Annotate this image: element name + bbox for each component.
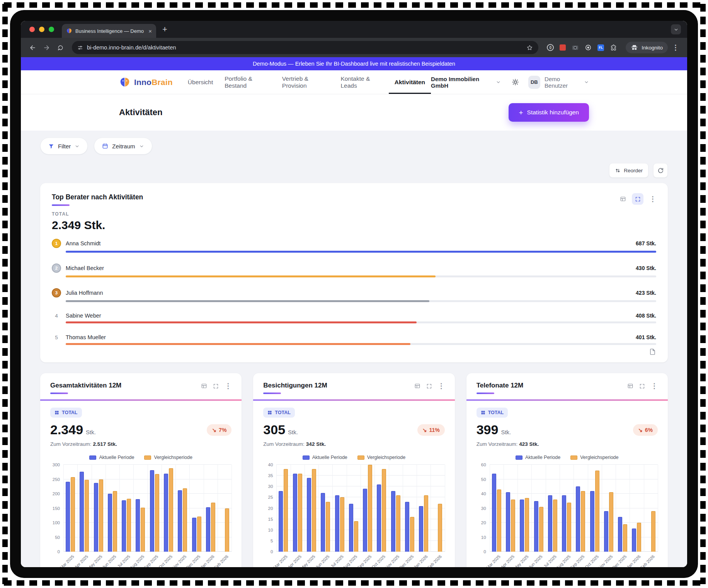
bar-group [321, 465, 330, 552]
delta-value: 11% [429, 427, 439, 433]
table-view-icon[interactable] [627, 383, 633, 389]
brand-logo[interactable]: InnoBrain [119, 76, 173, 88]
extension-icon[interactable] [572, 44, 579, 51]
back-button[interactable] [26, 41, 39, 54]
chart-bar [595, 471, 599, 552]
y-tick-label: 25 [268, 495, 273, 500]
bar-group [94, 465, 103, 552]
bar-group [618, 465, 627, 552]
legend-item: Vergleichsperiode [357, 455, 405, 460]
incognito-label: Inkognito [642, 45, 663, 51]
address-bar[interactable]: bi-demo.inno-brain.de/d/aktivitaeten [72, 41, 538, 54]
berater-bar-fill [66, 300, 429, 302]
card-actions: ⋮ [627, 382, 658, 390]
berater-row: 2Michael Becker430 Stk. [52, 263, 656, 277]
bar-group [150, 465, 159, 552]
reload-button[interactable] [54, 41, 66, 54]
berater-value: 408 Stk. [636, 313, 656, 319]
chart-bar [609, 492, 613, 552]
trend-down-icon: ↘ [212, 427, 216, 433]
filter-chip[interactable]: Filter [40, 138, 88, 155]
refresh-button[interactable] [653, 163, 668, 178]
minimize-window-button[interactable] [39, 27, 44, 32]
user-menu[interactable]: Demo Benutzer [545, 76, 589, 89]
y-axis: 050100150200250300 [50, 465, 63, 552]
kebab-menu-icon[interactable]: ⋮ [225, 382, 231, 390]
browser-tab[interactable]: Business Intelligence — Demo × [62, 24, 156, 38]
company-selector[interactable]: Demo Immobilien GmbH [431, 76, 501, 89]
theme-toggle-icon[interactable] [512, 78, 519, 86]
chart-bar [581, 491, 585, 552]
table-view-icon[interactable] [620, 196, 626, 202]
bar-group [178, 465, 187, 552]
expand-icon[interactable] [639, 383, 645, 389]
chevron-down-icon [584, 80, 589, 85]
forward-button[interactable] [40, 41, 53, 54]
y-tick-label: 10 [481, 535, 486, 540]
expand-icon[interactable] [632, 193, 643, 205]
bar-group [80, 465, 89, 552]
chart-bar [562, 495, 566, 552]
rank-medal-badge: 3 [52, 288, 61, 297]
legend-item: Aktuelle Periode [303, 455, 347, 460]
extensions-puzzle-icon[interactable] [610, 44, 617, 51]
chart-bar [548, 495, 552, 552]
table-view-icon[interactable] [414, 383, 420, 389]
bar-group [405, 465, 414, 552]
berater-bar-fill [66, 251, 656, 253]
extension-icon[interactable] [560, 44, 566, 51]
extension-icon[interactable] [585, 44, 592, 51]
extension-icon[interactable]: 0 [547, 44, 554, 51]
bar-chart: 0510152025303540 [263, 465, 444, 552]
bookmark-star-icon[interactable] [526, 44, 533, 51]
calendar-icon [102, 143, 108, 149]
browser-menu-icon[interactable]: ⋮ [669, 41, 682, 54]
tab-overflow-button[interactable] [671, 24, 681, 34]
chart-bar [108, 494, 112, 552]
chart-bar [497, 489, 501, 552]
chart-bar [127, 499, 131, 552]
page-title: Aktivitäten [119, 107, 162, 117]
chart-bar [225, 508, 229, 552]
new-tab-button[interactable]: + [162, 25, 167, 34]
expand-icon[interactable] [426, 383, 432, 389]
export-file-icon[interactable] [649, 348, 656, 355]
legend-swatch [144, 455, 151, 460]
title-underline [477, 393, 494, 394]
rank-number: 4 [52, 313, 61, 319]
kebab-menu-icon[interactable]: ⋮ [649, 195, 656, 203]
bar-group [122, 465, 131, 552]
zeitraum-chip[interactable]: Zeitraum [94, 138, 152, 155]
nav-item-uebersicht[interactable]: Übersicht [182, 70, 219, 94]
expand-icon[interactable] [213, 383, 219, 389]
url-text: bi-demo.inno-brain.de/d/aktivitaeten [87, 44, 522, 51]
chart-title: Telefonate 12M [477, 382, 524, 389]
bar-chart: 0102030405060 [477, 465, 658, 552]
page-content: Filter Zeitraum [21, 131, 687, 567]
bar-group [136, 465, 145, 552]
chart-bar [354, 521, 358, 552]
bar-group [293, 465, 302, 552]
reorder-button[interactable]: Reorder [609, 163, 648, 178]
tab-close-icon[interactable]: × [148, 28, 152, 34]
nav-item-kontakte-leads[interactable]: Kontakte & Leads [335, 70, 388, 94]
user-avatar[interactable]: DB [528, 76, 540, 89]
close-window-button[interactable] [29, 27, 35, 32]
chart-bar [94, 483, 98, 552]
legend-label: Vergleichsperiode [580, 455, 618, 460]
extension-icon[interactable]: FL [597, 44, 604, 51]
title-underline [52, 204, 70, 206]
berater-value: 430 Stk. [636, 265, 656, 271]
site-info-icon[interactable] [77, 45, 83, 51]
y-tick-label: 100 [53, 520, 60, 525]
chart-bar [651, 511, 655, 552]
add-statistic-button[interactable]: + Statistik hinzufügen [509, 103, 589, 122]
kebab-menu-icon[interactable]: ⋮ [438, 382, 445, 390]
table-view-icon[interactable] [201, 383, 207, 389]
kebab-menu-icon[interactable]: ⋮ [651, 382, 658, 390]
nav-item-aktivitaeten[interactable]: Aktivitäten [389, 70, 431, 94]
zoom-window-button[interactable] [49, 27, 54, 32]
y-tick-label: 0 [271, 549, 273, 554]
nav-item-vertrieb-provision[interactable]: Vertrieb & Provision [276, 70, 335, 94]
nav-item-portfolio-bestand[interactable]: Portfolio & Bestand [219, 70, 276, 94]
